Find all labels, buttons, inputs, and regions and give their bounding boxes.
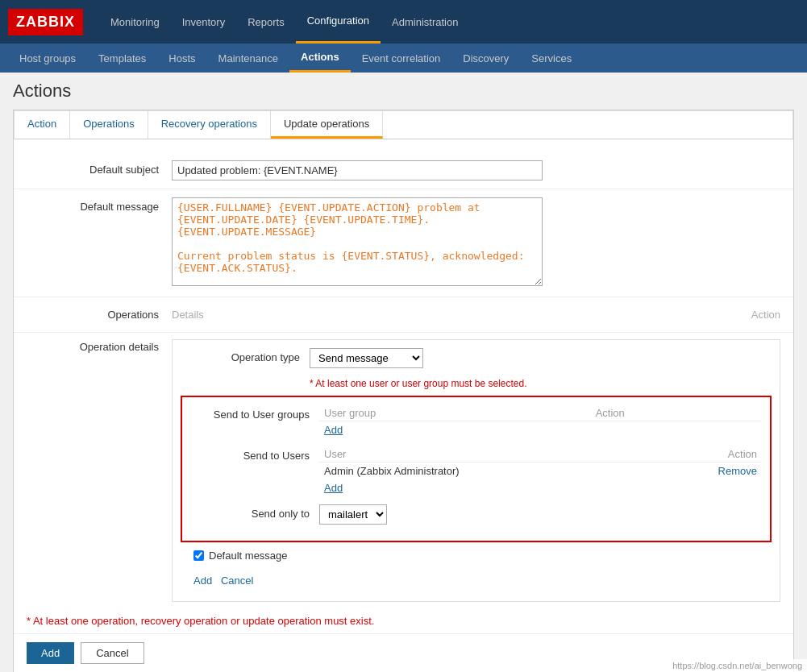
nav-reports[interactable]: Reports [236,0,296,44]
tab-update-operations[interactable]: Update operations [271,111,383,139]
operation-type-row: Operation type Send message Remote comma… [181,348,772,368]
user-group-col-header: User group [319,405,591,421]
subnav-discovery[interactable]: Discovery [451,44,520,73]
add-cancel-links-row: Add Cancel [181,568,772,593]
send-to-users-label: Send to Users [190,446,319,462]
default-message-label: Default message [27,197,172,213]
ops-col-action: Action [659,305,780,324]
operation-type-select[interactable]: Send message Remote command [310,348,423,368]
operations-table: Details Action [172,305,780,324]
default-subject-row: Default subject [14,152,793,189]
nav-monitoring[interactable]: Monitoring [99,0,171,44]
send-only-to-label: Send only to [190,504,319,520]
send-to-users-row: Send to Users User Action [190,446,762,496]
remove-link[interactable]: Remove [718,465,757,477]
user-action-col-header: Action [651,446,762,463]
subnav-maintenance[interactable]: Maintenance [207,44,289,73]
ops-col-details: Details [172,305,659,324]
default-message-textarea[interactable]: {USER.FULLNAME} {EVENT.UPDATE.ACTION} pr… [172,197,543,286]
default-subject-value [172,160,780,180]
admin-user-name: Admin (Zabbix Administrator) [319,463,651,480]
nav-configuration[interactable]: Configuration [296,0,381,44]
user-group-action-col-header: Action [591,405,762,421]
user-groups-table: User group Action Add [319,405,762,438]
nav-inventory[interactable]: Inventory [171,0,236,44]
send-to-users-content: User Action Admin (Zabbix Administrator) [319,446,762,496]
send-only-to-select[interactable]: mailalert - None - [319,504,387,525]
default-message-checkbox-row: Default message [181,542,772,568]
admin-user-row: Admin (Zabbix Administrator) Remove [319,463,762,480]
sub-nav: Host groups Templates Hosts Maintenance … [0,44,807,73]
logo: ZABBIX [8,9,83,35]
warning-message: * At least one operation, recovery opera… [14,608,793,633]
tab-operations[interactable]: Operations [70,111,148,139]
form-container: Action Operations Recovery operations Up… [13,110,794,672]
subnav-hosts[interactable]: Hosts [157,44,206,73]
top-nav: ZABBIX Monitoring Inventory Reports Conf… [0,0,807,44]
send-to-user-groups-label: Send to User groups [190,405,319,421]
operation-details-row: Operation details Operation type Send me… [14,333,793,608]
tab-recovery-operations[interactable]: Recovery operations [148,111,271,139]
send-to-user-groups-content: User group Action Add [319,405,762,438]
tab-action[interactable]: Action [15,111,70,139]
cancel-button[interactable]: Cancel [81,642,144,664]
send-only-to-row: Send only to mailalert - None - [190,504,762,525]
users-table: User Action Admin (Zabbix Administrator) [319,446,762,496]
subnav-services[interactable]: Services [520,44,583,73]
op-inner-wrapper: Operation type Send message Remote comma… [172,339,780,602]
add-group-row: Add [319,421,762,439]
subnav-eventcorrelation[interactable]: Event correlation [351,44,452,73]
add-operation-link[interactable]: Add [193,575,212,587]
default-message-checkbox[interactable] [193,550,204,561]
add-user-link[interactable]: Add [324,482,343,494]
operations-label: Operations [27,305,172,321]
subnav-templates[interactable]: Templates [87,44,157,73]
default-message-value: {USER.FULLNAME} {EVENT.UPDATE.ACTION} pr… [172,197,780,288]
page-title: Actions [13,81,794,102]
cancel-operation-link[interactable]: Cancel [221,575,253,587]
tabs: Action Operations Recovery operations Up… [14,110,793,139]
send-to-user-groups-row: Send to User groups User group Action [190,405,762,438]
add-user-row: Add [319,479,762,496]
subnav-hostgroups[interactable]: Host groups [8,44,87,73]
default-message-check-label: Default message [209,550,288,562]
error-message: * At least one user or user group must b… [310,378,772,389]
nav-administration[interactable]: Administration [381,0,469,44]
url-hint: https://blog.csdn.net/ai_benwong [668,659,807,672]
add-button[interactable]: Add [27,642,74,664]
default-message-row: Default message {USER.FULLNAME} {EVENT.U… [14,189,793,297]
operation-details-label: Operation details [27,339,172,353]
operations-row: Operations Details Action [14,297,793,333]
operation-type-label: Operation type [181,348,310,363]
default-subject-label: Default subject [27,160,172,176]
ops-header: Details Action [172,305,780,324]
user-col-header: User [319,446,651,463]
subnav-actions[interactable]: Actions [289,44,351,73]
page-content: Actions Action Operations Recovery opera… [0,73,807,672]
operation-type-select-wrapper: Send message Remote command [310,348,772,368]
error-msg-row: * At least one user or user group must b… [181,375,772,389]
add-group-link[interactable]: Add [324,424,343,436]
operation-details-content: Operation type Send message Remote comma… [172,339,780,602]
send-only-to-content: mailalert - None - [319,504,762,525]
red-border-section: Send to User groups User group Action [181,396,772,542]
default-subject-input[interactable] [172,160,543,180]
